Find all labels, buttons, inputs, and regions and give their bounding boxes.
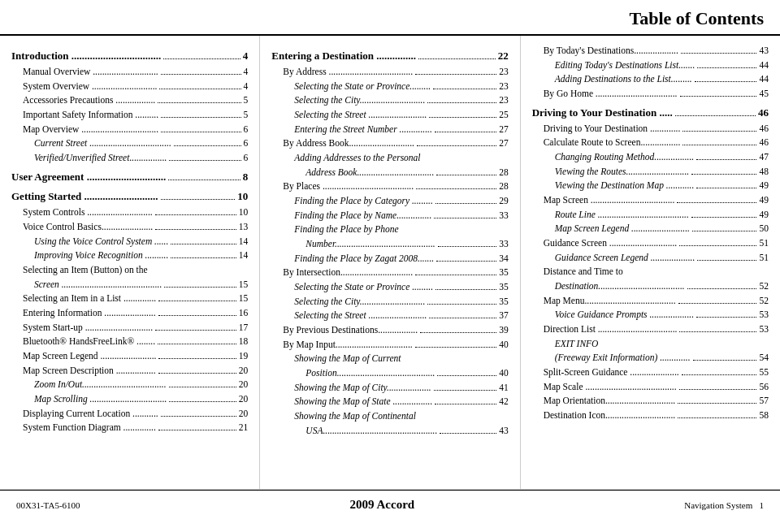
- toc-row: By Previous Destinations................…: [271, 323, 508, 337]
- toc-dots: [174, 145, 241, 146]
- toc-page-number: 33: [499, 209, 509, 223]
- toc-dots: [436, 261, 496, 262]
- toc-page-number: 40: [499, 338, 509, 352]
- toc-page-number: 48: [759, 165, 769, 179]
- toc-dots: [159, 89, 240, 89]
- toc-dots: [161, 199, 236, 200]
- toc-entry-label: Finding the Place by Name...............: [294, 209, 431, 223]
- page-title: Table of Contents: [16, 8, 764, 29]
- toc-page-number: 15: [239, 278, 249, 292]
- toc-row: By Map Input............................…: [271, 338, 508, 352]
- toc-row: By Address .............................…: [271, 65, 508, 79]
- toc-row: Calculate Route to Screen...............…: [532, 136, 769, 149]
- toc-dots: [417, 145, 496, 146]
- toc-entry-label: Getting Started ........................…: [11, 189, 158, 205]
- toc-page-number: 27: [499, 136, 509, 150]
- toc-page-number: 42: [499, 395, 509, 409]
- toc-dots: [158, 301, 236, 301]
- toc-page-number: 23: [499, 93, 509, 107]
- toc-dots: [680, 96, 757, 97]
- toc-dots: [697, 67, 756, 68]
- toc-row: Showing the Map of Current: [271, 352, 508, 365]
- toc-dots: [161, 117, 241, 118]
- toc-entry-label: Guidance Screen ........................…: [544, 236, 677, 250]
- toc-entry-label: Entering Information ...................…: [23, 306, 156, 320]
- toc-entry-label: Viewing the Routes......................…: [555, 165, 690, 179]
- toc-dots: [171, 257, 236, 258]
- toc-page-number: 25: [499, 108, 509, 122]
- toc-page-number: 57: [759, 394, 769, 408]
- toc-row: Entering the Street Number .............…: [271, 123, 508, 136]
- toc-entry-label: EXIT INFO: [555, 337, 599, 351]
- toc-page-number: 19: [239, 349, 249, 363]
- toc-entry-label: By Go Home .............................…: [544, 87, 678, 101]
- toc-dots: [696, 317, 756, 318]
- toc-row: Map Screen Legend ......................…: [11, 349, 248, 363]
- toc-dots: [433, 89, 496, 89]
- toc-page-number: 47: [759, 150, 769, 164]
- toc-dots: [163, 58, 240, 59]
- toc-dots: [158, 315, 236, 316]
- toc-dots: [415, 347, 496, 348]
- toc-row: Adding Addresses to the Personal: [271, 151, 508, 165]
- toc-row: Map Orientation.........................…: [532, 394, 769, 408]
- toc-entry-label: Map Screen .............................…: [544, 193, 675, 207]
- toc-row: By Address Book.........................…: [271, 136, 508, 150]
- toc-entry-label: Showing the Map of Current: [294, 352, 401, 365]
- toc-row: Entering a Destination ...............22: [271, 49, 508, 64]
- toc-row: Accessories Precautions ................…: [11, 93, 248, 107]
- toc-entry-label: System Overview ........................…: [23, 80, 157, 93]
- toc-dots: [418, 58, 496, 59]
- toc-dots: [434, 218, 496, 218]
- toc-entry-label: By Today's Destinations.................…: [544, 44, 678, 58]
- toc-row: By Today's Destinations.................…: [532, 44, 769, 58]
- toc-entry-label: System Start-up ........................…: [23, 321, 153, 335]
- toc-row: Verified/Unverified Street..............…: [11, 151, 248, 165]
- toc-row: Map Screen .............................…: [532, 193, 769, 207]
- toc-row: Getting Started ........................…: [11, 189, 248, 205]
- toc-entry-label: (Freeway Exit Information) .............: [555, 351, 691, 365]
- toc-entry-label: Driving to Your Destination .....: [532, 106, 673, 121]
- toc-page-number: 45: [759, 87, 769, 101]
- toc-page-number: 51: [759, 251, 769, 265]
- toc-entry-label: Voice Guidance Prompts .................…: [555, 308, 694, 322]
- toc-dots: [687, 288, 757, 289]
- toc-entry-label: Route Line .............................…: [555, 208, 689, 222]
- toc-page-number: 22: [498, 49, 509, 64]
- toc-row: Number..................................…: [271, 237, 508, 251]
- toc-row: Guidance Screen Legend .................…: [532, 251, 769, 265]
- toc-entry-label: Selecting the State or Province.........: [294, 80, 431, 93]
- toc-page-number: 35: [499, 266, 509, 279]
- toc-entry-label: Position................................…: [306, 366, 435, 380]
- toc-row: System Overview ........................…: [11, 80, 248, 93]
- toc-entry-label: By Places ..............................…: [283, 179, 414, 193]
- toc-row: Finding the Place by Name...............…: [271, 209, 508, 223]
- toc-entry-label: Driving to Your Destination ............…: [544, 122, 681, 136]
- toc-row: Driving to Your Destination ............…: [532, 122, 769, 136]
- toc-entry-label: Direction List .........................…: [544, 322, 678, 336]
- toc-row: Showing the Map of Continental: [271, 409, 508, 423]
- toc-dots: [695, 81, 757, 82]
- toc-row: System Start-up ........................…: [11, 321, 248, 335]
- toc-dots: [678, 303, 757, 304]
- toc-entry-label: By Previous Destinations................…: [283, 323, 418, 337]
- toc-page-number: 39: [499, 323, 509, 337]
- toc-entry-label: Map Scale ..............................…: [544, 380, 677, 394]
- toc-dots: [677, 202, 756, 203]
- toc-dots: [692, 231, 757, 231]
- toc-entry-label: Changing Routing Method.................: [555, 150, 695, 164]
- toc-dots: [675, 115, 756, 116]
- toc-row: System Controls ........................…: [11, 205, 248, 219]
- toc-entry-label: Map Screen Description .................: [23, 364, 156, 378]
- toc-page-number: 4: [243, 49, 249, 64]
- toc-row: Selecting the Street ...................…: [271, 309, 508, 322]
- toc-dots: [681, 53, 757, 54]
- column-3: By Today's Destinations.................…: [521, 36, 780, 489]
- toc-row: Map Screen Legend ......................…: [532, 222, 769, 236]
- toc-entry-label: Destination Icon........................…: [544, 409, 676, 422]
- toc-dots: [168, 179, 240, 180]
- toc-row: Voice Guidance Prompts .................…: [532, 308, 769, 322]
- toc-page-number: 16: [239, 306, 249, 320]
- toc-dots: [429, 318, 496, 318]
- toc-page-number: 34: [499, 252, 509, 266]
